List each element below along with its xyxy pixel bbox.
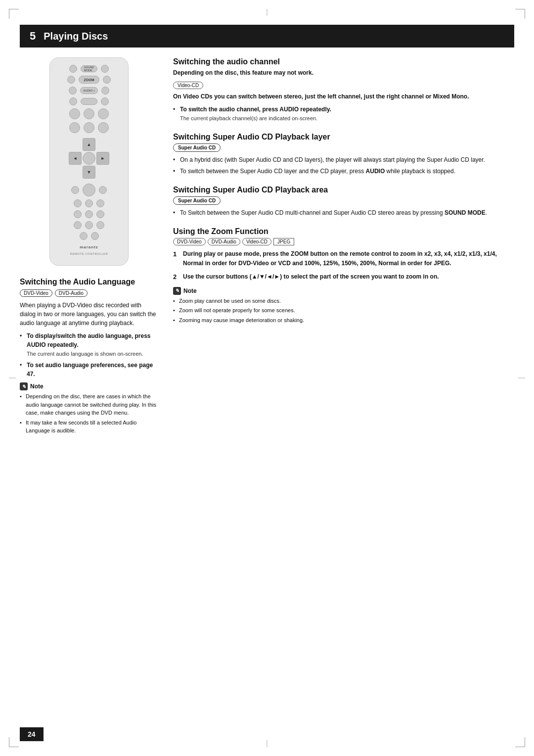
dpad-right: ► [96,152,109,165]
dpad-down: ▼ [83,166,95,179]
audio-language-bullet-2: To set audio language preferences, see p… [20,361,158,378]
crosshair-left [9,378,16,378]
audio-channel-intro-text: Depending on the disc, this feature may … [173,69,313,76]
remote-btn [67,76,75,84]
remote-btn [101,97,109,105]
chapter-title: Playing Discs [44,31,108,42]
super-audio-area-bullet-1: To Switch between the Super Audio CD mul… [173,208,514,217]
note-icon: ✎ [20,382,28,390]
super-audio-layer-title: Switching Super Audio CD Playback layer [173,133,514,142]
remote-btn [96,199,104,207]
super-audio-cd-badge-area: Super Audio CD [173,196,221,205]
zoom-note-item-2: Zoom will not operate properly for some … [173,306,514,315]
dvd-audio-badge: DVD-Audio [55,289,88,297]
remote-btn [74,199,82,207]
zoom-badge-jpeg: JPEG [273,238,294,245]
section-zoom: Using the Zoom Function DVD-Video DVD-Au… [173,227,514,324]
video-cd-badge: Video-CD [173,82,203,89]
audio-channel-title: Switching the audio channel [173,57,514,66]
remote-btn [85,221,93,229]
remote-btn [98,108,109,119]
super-audio-layer-bullet-1: On a hybrid disc (with Super Audio CD an… [173,155,514,164]
remote-illustration: SOUNDMODE ZOOM AUDIO ♪ [20,57,158,266]
remote-btn [69,108,80,119]
audio-channel-bullets: To switch the audio channel, press AUDIO… [173,105,514,123]
zoom-note: ✎ Note Zoom play cannot be used on some … [173,287,514,325]
audio-channel-bullet-strong: To switch the audio channel, press AUDIO… [180,106,331,113]
zoom-step-1-num: 1 [173,249,177,260]
dpad-empty [96,138,109,151]
remote-btn [101,87,109,94]
remote-btn [84,122,94,133]
zoom-note-label: Note [183,287,197,294]
remote-btn [91,232,99,240]
left-column: SOUNDMODE ZOOM AUDIO ♪ [20,57,158,445]
right-column: Switching the audio channel Depending on… [173,57,514,445]
dvd-video-badge: DVD-Video [20,289,52,297]
section-audio-language: Switching the Audio Language DVD-Video D… [20,278,158,435]
note-label: Note [30,383,44,390]
zoom-numbered-list: 1 During play or pause mode, press the Z… [173,249,514,282]
zoom-badge-dvd-audio: DVD-Audio [208,238,240,245]
audio-channel-small-note: The current playback channel(s) are indi… [180,115,317,121]
audio-language-bullet-1: To display/switch the audio language, pr… [20,331,158,358]
dpad-up: ▲ [83,138,95,151]
remote-btn [69,87,77,94]
remote-btn [74,221,82,229]
corner-mark-bl [9,737,19,747]
corner-mark-tl [9,9,19,19]
remote-btn [80,232,88,240]
page-number: 24 [20,727,44,741]
audio-language-title: Switching the Audio Language [20,278,158,286]
audio-channel-bullet-1: To switch the audio channel, press AUDIO… [173,105,514,123]
section-audio-channel: Switching the audio channel Depending on… [173,57,514,123]
super-audio-area-bullets: To Switch between the Super Audio CD mul… [173,208,514,217]
dpad-empty [69,166,82,179]
zoom-step-2-text: Use the cursor buttons (▲/▼/◄/►) to sele… [183,273,439,280]
note-header: ✎ Note [20,382,158,390]
audio-btn: AUDIO ♪ [80,87,98,94]
section-super-audio-area: Switching Super Audio CD Playback area S… [173,186,514,217]
dpad-empty [69,138,82,151]
corner-mark-tr [515,9,525,19]
zoom-note-item-3: Zooming may cause image deterioration or… [173,316,514,325]
remote-btn [98,122,109,133]
zoom-badges-row: DVD-Video DVD-Audio Video-CD JPEG [173,238,514,245]
audio-language-bullet-2-strong: To set audio language preferences, see p… [27,362,153,378]
chapter-number: 5 [30,30,36,43]
audio-language-note: ✎ Note Depending on the disc, there are … [20,382,158,435]
dpad-center [83,152,95,165]
remote-btn [74,210,82,218]
zoom-note-item-1: Zoom play cannot be used on some discs. [173,297,514,305]
note-item-1: Depending on the disc, there are cases i… [20,392,158,417]
remote-btn-rect [81,98,97,105]
zoom-step-2-num: 2 [173,272,177,283]
sound-mode-btn: SOUNDMODE [81,65,97,72]
audio-language-bullet-1-note: The current audio language is shown on-s… [27,351,143,357]
remote-btn [71,186,79,194]
zoom-title: Using the Zoom Function [173,227,514,236]
remote-btn [85,199,93,207]
note-items: Depending on the disc, there are cases i… [20,392,158,435]
super-audio-layer-bullet-2: To switch between the Super Audio CD lay… [173,167,514,176]
dpad-left: ◄ [69,152,82,165]
remote-btn [85,210,93,218]
remote-btn [69,122,80,133]
dpad-empty [96,166,109,179]
remote-btn [96,210,104,218]
remote-btn [101,65,109,73]
dpad: ▲ ◄ ► ▼ [69,138,109,179]
audio-language-intro: When playing a DVD-Video disc recorded w… [20,301,158,328]
remote-brand: marantz [80,245,98,249]
note-item-2: It may take a few seconds till a selecte… [20,419,158,435]
corner-mark-br [515,737,525,747]
remote-btn [69,65,77,73]
remote-btn [96,221,104,229]
zoom-badge-dvd-video: DVD-Video [173,238,206,245]
audio-language-badges: DVD-Video DVD-Audio [20,289,158,297]
section-super-audio-layer: Switching Super Audio CD Playback layer … [173,133,514,176]
zoom-step-1: 1 During play or pause mode, press the Z… [173,249,514,268]
crosshair-right [518,378,525,378]
audio-language-bullet-1-strong: To display/switch the audio language, pr… [27,332,151,348]
audio-channel-intro-bold: Depending on the disc, this feature may … [173,68,514,77]
